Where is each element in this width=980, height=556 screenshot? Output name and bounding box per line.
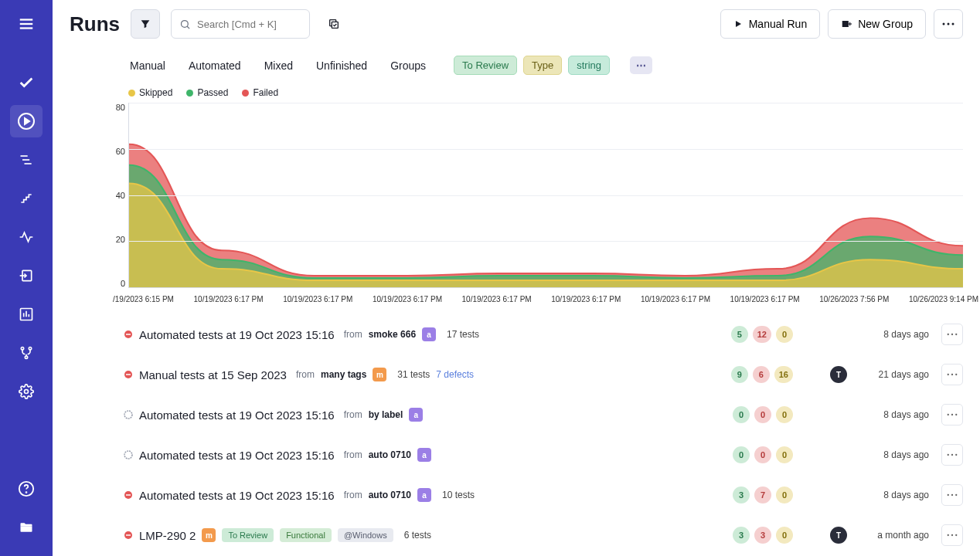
chart-area: SkippedPassedFailed 806040200 /19/2023 6… [53,81,980,303]
svg-point-32 [951,334,953,335]
steps-icon[interactable] [10,182,43,215]
time-ago: 21 days ago [859,369,929,380]
row-more-button[interactable] [941,524,963,546]
layers-icon[interactable] [10,144,43,176]
row-more-button[interactable] [941,324,963,345]
run-row[interactable]: Automated tests at 19 Oct 2023 15:16from… [124,439,963,470]
svg-marker-4 [25,118,29,124]
tag-pill: Functional [280,528,332,542]
run-title: Manual tests at 15 Sep 2023 [139,368,287,381]
status-icon [124,531,133,540]
status-icon [124,450,133,459]
activity-icon[interactable] [10,221,43,253]
counts: 000 [733,406,793,423]
time-ago: 8 days ago [859,490,929,500]
filter-pill[interactable]: Type [523,56,562,75]
type-badge: m [373,368,386,381]
svg-point-27 [948,23,950,25]
tag-pill: @Windows [338,528,393,542]
sidebar [0,0,53,556]
run-row[interactable]: Automated tests at 19 Oct 2023 15:16from… [124,319,963,350]
status-icon [124,490,133,500]
svg-point-14 [29,348,31,350]
more-filters-button[interactable]: ⋯ [630,56,652,74]
type-badge: m [202,528,216,542]
chart: 806040200 /19/2023 6:15 PM10/19/2023 6:1… [128,103,963,303]
chart-legend: SkippedPassedFailed [128,81,963,103]
filter-pill[interactable]: To Review [454,56,517,75]
svg-point-42 [955,414,957,415]
svg-point-38 [955,374,957,375]
branch-icon[interactable] [10,337,43,369]
play-icon[interactable] [10,105,43,137]
filter-pill[interactable]: string [568,56,610,75]
svg-point-26 [943,23,945,25]
row-more-button[interactable] [941,444,963,466]
svg-point-40 [948,414,949,415]
run-row[interactable]: Manual tests at 15 Sep 2023from many tag… [124,359,963,390]
tests-count: 31 tests [397,369,430,380]
avatar: T [830,527,847,544]
svg-point-36 [948,374,949,375]
run-row[interactable]: Automated tests at 19 Oct 2023 15:16from… [124,480,963,510]
bar-chart-icon[interactable] [10,298,43,331]
type-badge: a [417,488,431,502]
legend-item: Skipped [128,87,172,98]
page-title: Runs [70,12,120,36]
folder-icon[interactable] [10,511,43,544]
search-input[interactable] [197,19,301,30]
search-box[interactable] [171,9,310,39]
import-icon[interactable] [10,259,43,292]
tab-mixed[interactable]: Mixed [264,59,293,72]
filter-button[interactable] [131,9,160,39]
svg-point-18 [26,492,27,493]
help-icon[interactable] [10,473,43,505]
type-badge: a [417,448,431,462]
svg-point-15 [25,356,27,358]
svg-point-54 [948,534,949,536]
time-ago: 8 days ago [859,409,929,420]
svg-point-16 [25,390,29,394]
svg-point-33 [955,334,957,335]
defects-link[interactable]: 7 defects [436,369,474,380]
check-icon[interactable] [10,66,43,99]
svg-point-31 [948,334,949,335]
counts: 5120 [731,326,793,343]
status-icon [124,330,133,339]
svg-point-51 [955,494,957,496]
run-row[interactable]: LMP-290 2mTo ReviewFunctional@Windows6 t… [124,520,963,551]
svg-point-39 [124,411,132,419]
tab-manual[interactable]: Manual [130,59,165,72]
counts: 330 [733,527,793,544]
svg-point-19 [182,20,189,27]
tab-unfinished[interactable]: Unfinished [316,59,367,72]
svg-point-41 [951,414,953,415]
row-more-button[interactable] [941,404,963,425]
status-icon [124,410,133,419]
run-row[interactable]: Automated tests at 19 Oct 2023 15:16from… [124,399,963,430]
manual-run-button[interactable]: Manual Run [720,9,821,39]
counts: 000 [733,446,793,463]
row-more-button[interactable] [941,364,963,385]
svg-point-49 [948,494,949,496]
run-title: Automated tests at 19 Oct 2023 15:16 [139,489,335,502]
copy-icon[interactable] [321,11,347,37]
tab-groups[interactable]: Groups [390,59,426,72]
svg-point-28 [952,23,954,25]
gear-icon[interactable] [10,375,43,408]
time-ago: a month ago [859,530,929,541]
tabs-row: ManualAutomatedMixedUnfinishedGroups To … [53,48,980,81]
menu-icon[interactable] [10,8,43,40]
svg-point-37 [951,374,953,375]
row-more-button[interactable] [941,484,963,506]
topbar: Runs Manual Run New Group [53,0,980,48]
new-group-button[interactable]: New Group [828,9,926,39]
runs-list: Automated tests at 19 Oct 2023 15:16from… [53,303,980,556]
legend-item: Failed [242,87,278,98]
status-icon [124,370,133,379]
more-button[interactable] [934,9,963,39]
tab-automated[interactable]: Automated [189,59,241,72]
avatar: T [830,366,847,383]
counts: 9616 [731,366,793,383]
svg-point-44 [948,454,949,456]
